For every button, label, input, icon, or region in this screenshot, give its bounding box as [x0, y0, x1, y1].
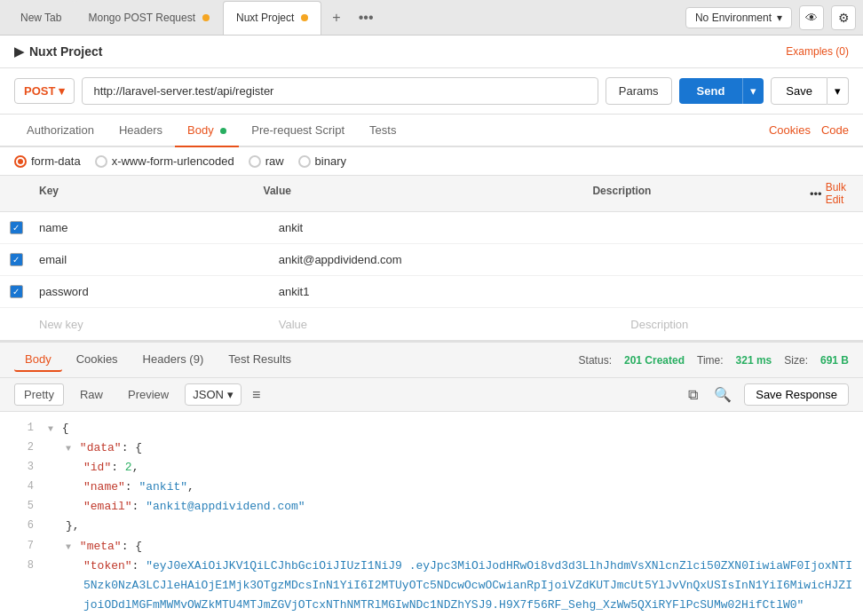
row-value-1[interactable]: ankit [272, 217, 624, 238]
method-select[interactable]: POST ▾ [14, 78, 75, 104]
checkbox-2[interactable] [10, 253, 23, 266]
save-response-button[interactable]: Save Response [744, 383, 849, 406]
more-tabs-button[interactable]: ••• [353, 8, 379, 28]
bulk-edit-button[interactable]: Bulk Edit [826, 181, 863, 206]
examples-button[interactable]: Examples (0) [786, 45, 849, 58]
line-number: 2 [7, 438, 34, 458]
format-tab-raw[interactable]: Raw [71, 384, 112, 405]
eye-icon: 👁 [805, 11, 818, 25]
format-tab-pretty[interactable]: Pretty [14, 383, 64, 406]
collapse-arrow[interactable]: ▼ [66, 444, 71, 454]
eye-icon-button[interactable]: 👁 [799, 5, 824, 30]
header-check-col [0, 181, 32, 206]
copy-icon-button[interactable]: ⧉ [685, 385, 701, 405]
tab-headers[interactable]: Headers [107, 115, 175, 147]
radio-urlencoded[interactable]: x-www-form-urlencoded [95, 154, 234, 168]
format-select[interactable]: JSON ▾ [185, 383, 241, 406]
search-icon-button[interactable]: 🔍 [710, 384, 735, 405]
collapse-arrow[interactable]: ▼ [66, 542, 71, 552]
tab-prerequest[interactable]: Pre-request Script [239, 115, 357, 147]
tab-mongo-post[interactable]: Mongo POST Request [75, 1, 223, 35]
json-line-6: 6 }, [0, 517, 863, 536]
copy-icon: ⧉ [688, 387, 698, 402]
resp-tab-headers[interactable]: Headers (9) [132, 348, 215, 372]
radio-dot-binary [298, 155, 311, 168]
header-actions: ••• Bulk Edit [810, 181, 863, 206]
send-chevron-icon: ▾ [750, 84, 756, 98]
code-link[interactable]: Code [821, 123, 849, 137]
radio-form-data[interactable]: form-data [14, 154, 81, 168]
radio-label-binary: binary [315, 154, 346, 168]
resp-tab-cookies[interactable]: Cookies [66, 348, 129, 372]
row-key-1[interactable]: name [32, 217, 272, 238]
checkbox-1[interactable] [10, 221, 23, 234]
json-viewer: 1 ▼ { 2 ▼ "data": { 3 "id": 2, 4 "name":… [0, 412, 863, 616]
send-dropdown-button[interactable]: ▾ [742, 78, 764, 104]
tab-label: Mongo POST Request [88, 12, 195, 24]
tab-auth-label: Authorization [27, 123, 94, 137]
body-active-dot [220, 128, 226, 134]
tab-new-tab[interactable]: New Tab [7, 1, 75, 35]
env-label: No Environment [695, 12, 772, 24]
settings-icon-button[interactable]: ⚙ [831, 5, 856, 30]
row-check-2[interactable] [0, 253, 32, 266]
tab-label: Nuxt Project [236, 12, 294, 24]
save-dropdown-button[interactable]: ▾ [827, 77, 849, 105]
resp-tab-body[interactable]: Body [14, 348, 62, 372]
format-actions: ⧉ 🔍 Save Response [685, 383, 849, 406]
tab-body[interactable]: Body [175, 115, 239, 147]
row-value-3[interactable]: ankit1 [272, 281, 624, 302]
add-tab-button[interactable]: + [327, 8, 345, 28]
resp-tab-test-results[interactable]: Test Results [218, 348, 302, 372]
data-table: Key Value Description ••• Bulk Edit name… [0, 176, 863, 341]
row-key-new[interactable]: New key [32, 314, 272, 335]
size-prefix: Size: [784, 354, 808, 367]
tab-nuxt-project[interactable]: Nuxt Project [223, 1, 321, 35]
row-check-1[interactable] [0, 221, 32, 234]
env-select[interactable]: No Environment ▾ [685, 7, 792, 28]
table-row: name ankit [0, 212, 863, 244]
method-chevron-icon: ▾ [59, 84, 65, 98]
row-desc-new[interactable]: Description [623, 314, 863, 335]
row-key-2[interactable]: email [32, 249, 272, 270]
save-button[interactable]: Save [771, 77, 827, 105]
row-desc-2 [623, 257, 863, 264]
wrap-icon-button[interactable]: ≡ [249, 385, 264, 405]
row-key-3[interactable]: password [32, 281, 272, 302]
chevron-down-icon: ▾ [777, 12, 782, 24]
radio-binary[interactable]: binary [298, 154, 346, 168]
time-value: 321 ms [736, 354, 772, 367]
url-input[interactable] [82, 77, 598, 105]
row-value-2[interactable]: ankit@appdividend.com [272, 249, 624, 270]
collapse-arrow[interactable]: ▼ [48, 424, 53, 434]
params-button[interactable]: Params [606, 77, 672, 105]
table-header: Key Value Description ••• Bulk Edit [0, 176, 863, 212]
radio-label-form-data: form-data [31, 154, 81, 168]
tab-dot-orange [202, 14, 210, 21]
workspace-header: ▶ Nuxt Project Examples (0) [0, 36, 863, 68]
radio-raw[interactable]: raw [249, 154, 284, 168]
cookies-link[interactable]: Cookies [769, 123, 811, 137]
tab-tests[interactable]: Tests [357, 115, 408, 147]
checkbox-3[interactable] [10, 285, 23, 298]
response-tabs-left: Body Cookies Headers (9) Test Results [14, 348, 302, 372]
table-row-new: New key Value Description [0, 308, 863, 340]
row-check-3[interactable] [0, 285, 32, 298]
json-line-8: 8 "token": "eyJ0eXAiOiJKV1QiLCJhbGciOiJI… [0, 557, 863, 615]
save-btn-group: Save ▾ [771, 77, 849, 105]
send-button[interactable]: Send [679, 78, 743, 104]
tab-label: New Tab [20, 12, 61, 24]
line-number: 3 [7, 458, 34, 478]
env-bar: No Environment ▾ 👁 ⚙ [685, 5, 856, 30]
line-number: 6 [7, 517, 34, 536]
more-icon[interactable]: ••• [810, 187, 822, 201]
format-tab-preview[interactable]: Preview [119, 384, 178, 405]
tab-prerequest-label: Pre-request Script [251, 123, 344, 137]
main-content: ▶ Nuxt Project Examples (0) POST ▾ Param… [0, 36, 863, 616]
size-value: 691 B [820, 354, 849, 367]
header-description: Description [585, 181, 810, 206]
row-desc-3 [623, 288, 863, 296]
tab-bar: New Tab Mongo POST Request Nuxt Project … [0, 0, 863, 36]
tab-authorization[interactable]: Authorization [14, 115, 107, 147]
row-value-new[interactable]: Value [272, 314, 624, 335]
